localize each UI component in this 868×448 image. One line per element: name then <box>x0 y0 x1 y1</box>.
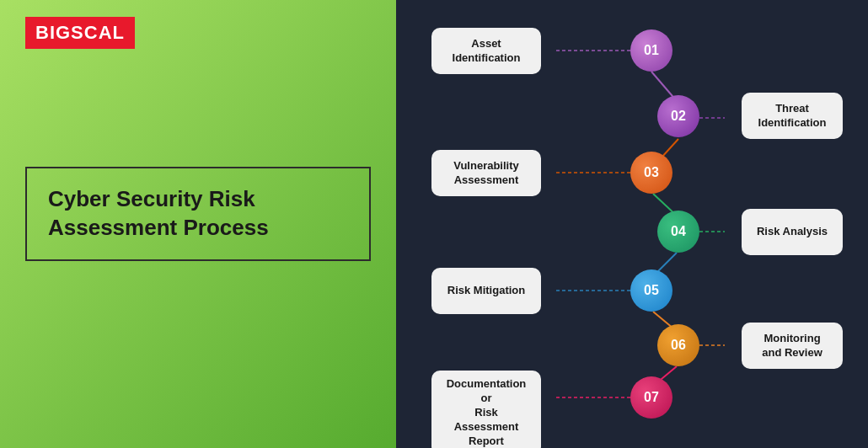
title-box: Cyber Security Risk Assessment Process <box>25 167 371 261</box>
step-number-4: 04 <box>657 211 699 253</box>
logo-box: BIGSCAL <box>25 17 135 49</box>
box-vulnerability-assessment: VulnerabilityAssessment <box>431 150 541 196</box>
page-title: Cyber Security Risk Assessment Process <box>48 185 348 243</box>
left-panel: BIGSCAL Cyber Security Risk Assessment P… <box>0 0 396 448</box>
box-asset-identification: AssetIdentification <box>431 28 541 74</box>
step-number-2: 02 <box>657 95 699 137</box>
step-number-3: 03 <box>630 152 672 194</box>
box-documentation: Documentation orRisk AssessmentReport <box>431 371 541 448</box>
step-number-5: 05 <box>630 269 672 312</box>
box-threat-identification: ThreatIdentification <box>742 93 843 139</box>
box-monitoring-review: Monitoringand Review <box>742 323 843 369</box>
right-panel: AssetIdentification VulnerabilityAssessm… <box>396 0 868 448</box>
step-number-7: 07 <box>630 376 672 419</box>
step-number-1: 01 <box>630 29 672 72</box>
logo-text: BIGSCAL <box>35 22 125 43</box>
step-number-6: 06 <box>657 324 699 366</box>
box-risk-mitigation: Risk Mitigation <box>431 268 541 314</box>
box-risk-analysis: Risk Analysis <box>742 209 843 255</box>
